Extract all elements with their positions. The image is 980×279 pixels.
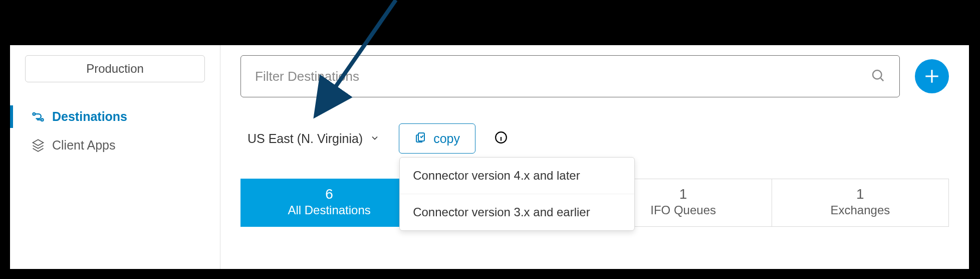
tab-exchanges[interactable]: 1 Exchanges: [772, 179, 949, 227]
copy-dropdown: Connector version 4.x and later Connecto…: [399, 157, 635, 231]
add-destination-button[interactable]: [915, 59, 949, 93]
destinations-icon: [31, 110, 45, 124]
dropdown-item-connector-3x[interactable]: Connector version 3.x and earlier: [400, 194, 634, 230]
client-apps-icon: [31, 138, 45, 153]
sidebar-item-client-apps[interactable]: Client Apps: [25, 131, 205, 160]
copy-label: copy: [433, 131, 460, 146]
region-selector[interactable]: US East (N. Virginia): [248, 131, 380, 146]
sidebar-item-destinations[interactable]: Destinations: [25, 102, 205, 131]
copy-button[interactable]: copy Connector version 4.x and later Con…: [399, 123, 475, 154]
dropdown-item-label: Connector version 3.x and earlier: [413, 205, 590, 219]
search-icon: [870, 68, 885, 85]
dropdown-item-connector-4x[interactable]: Connector version 4.x and later: [400, 158, 634, 194]
tab-count: 1: [772, 186, 948, 202]
tab-label: Exchanges: [772, 203, 948, 217]
region-label: US East (N. Virginia): [248, 131, 363, 146]
environment-selector[interactable]: Production: [25, 55, 205, 82]
plus-icon: [922, 67, 941, 86]
svg-point-2: [873, 70, 882, 79]
tab-label: All Destinations: [241, 203, 417, 217]
filter-destinations-input[interactable]: [255, 69, 870, 84]
chevron-down-icon: [370, 131, 380, 146]
sidebar: Production Destinations Client Apps: [10, 45, 220, 269]
info-icon[interactable]: [495, 131, 508, 146]
search-box[interactable]: [240, 55, 900, 97]
sidebar-item-label: Client Apps: [52, 138, 115, 153]
tab-all-destinations[interactable]: 6 All Destinations: [240, 179, 418, 227]
clipboard-icon: [414, 131, 426, 146]
main-content: US East (N. Virginia) copy: [220, 45, 969, 269]
environment-label: Production: [86, 62, 144, 75]
dropdown-item-label: Connector version 4.x and later: [413, 169, 580, 182]
sidebar-item-label: Destinations: [52, 109, 127, 124]
tab-count: 6: [241, 186, 417, 202]
